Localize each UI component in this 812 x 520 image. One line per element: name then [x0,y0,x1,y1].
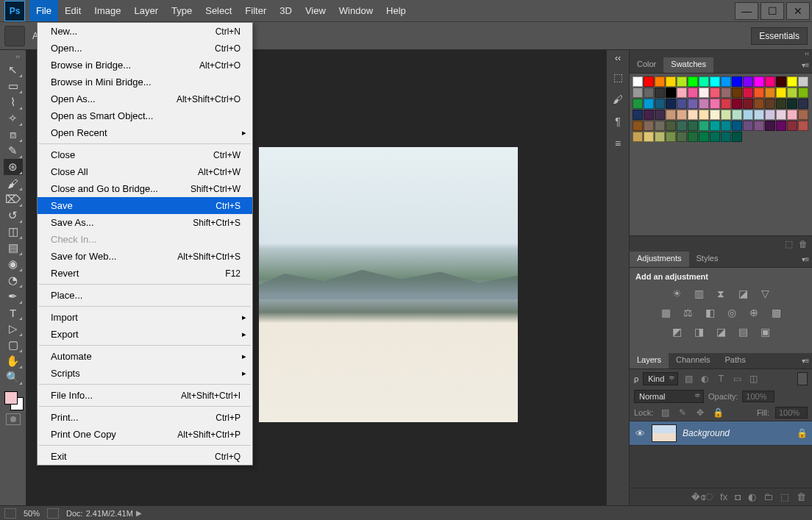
lock-image-icon[interactable]: ✎ [677,407,688,419]
swatch[interactable] [743,121,753,131]
swatch[interactable] [699,88,709,98]
eyedropper-tool[interactable]: ✎ [4,143,23,159]
swatch[interactable] [644,121,654,131]
file-menu-close[interactable]: CloseCtrl+W [38,146,252,163]
channels-tab[interactable]: Channels [669,353,717,368]
file-menu-open[interactable]: Open...Ctrl+O [38,40,252,57]
swatch[interactable] [644,76,654,87]
color-balance-icon[interactable]: ⚖ [680,306,695,319]
swatch[interactable] [787,110,797,120]
pen-tool[interactable]: ✒ [4,288,23,304]
fill-value[interactable]: 100% [775,407,808,419]
brush-tool[interactable]: 🖌 [4,175,23,191]
swatch[interactable] [721,121,731,131]
file-menu-file-info[interactable]: File Info...Alt+Shift+Ctrl+I [38,387,252,404]
swatch[interactable] [677,76,687,87]
menu-layer[interactable]: Layer [128,0,165,21]
filter-shape-icon[interactable]: ▭ [731,373,743,385]
eraser-tool[interactable]: ◫ [4,224,23,240]
delete-swatch-icon[interactable]: 🗑 [799,239,808,249]
menu-help[interactable]: Help [380,0,413,21]
swatch[interactable] [688,88,698,98]
swatch[interactable] [644,99,654,109]
swatch[interactable] [765,99,775,109]
swatch[interactable] [721,99,731,109]
swatch[interactable] [688,110,698,120]
swatch[interactable] [721,110,731,120]
swatch[interactable] [776,99,786,109]
swatch[interactable] [787,99,797,109]
filter-adjust-icon[interactable]: ◐ [699,373,710,385]
opacity-value[interactable]: 100% [742,391,774,402]
lasso-tool[interactable]: ⌇ [4,94,23,110]
swatch[interactable] [754,110,764,120]
swatch[interactable] [666,121,676,131]
swatch[interactable] [677,121,687,131]
color-tab[interactable]: Color [630,57,663,73]
swatch[interactable] [787,121,797,131]
zoom-value[interactable]: 50% [24,509,40,518]
swatch[interactable] [699,110,709,120]
styles-tab[interactable]: Styles [689,252,726,267]
close-button[interactable]: ✕ [786,2,810,20]
swatch[interactable] [699,76,709,87]
file-menu-exit[interactable]: ExitCtrl+Q [38,448,252,465]
swatch[interactable] [688,121,698,131]
menu-filter[interactable]: Filter [238,0,273,21]
swatch[interactable] [732,76,742,87]
curves-icon[interactable]: ⧗ [713,287,728,300]
collapsed-panel-icon-a[interactable]: ⬚ [610,69,626,85]
paragraph-panel-icon[interactable]: ¶ [610,113,626,129]
swatch[interactable] [699,132,709,142]
stamp-tool[interactable]: ⌦ [4,191,23,207]
menu-image[interactable]: Image [88,0,127,21]
swatch[interactable] [765,76,775,87]
swatch[interactable] [765,88,775,98]
swatch[interactable] [798,88,808,98]
swatch[interactable] [688,99,698,109]
swatch[interactable] [655,110,665,120]
swatch[interactable] [721,132,731,142]
file-menu-open-as-smart-object[interactable]: Open as Smart Object... [38,107,252,124]
maximize-button[interactable]: ☐ [761,2,784,20]
swatch[interactable] [655,132,665,142]
vibrance-icon[interactable]: ▽ [758,287,772,300]
swatch[interactable] [644,88,654,98]
swatch[interactable] [732,132,742,142]
spot-heal-tool[interactable]: ⊛ [4,159,23,175]
lock-all-icon[interactable]: 🔒 [712,407,724,419]
file-menu-open-as[interactable]: Open As...Alt+Shift+Ctrl+O [38,90,252,107]
swatch[interactable] [655,121,665,131]
swatch[interactable] [787,88,797,98]
menu-type[interactable]: Type [165,0,199,21]
swatch[interactable] [710,88,720,98]
swatch[interactable] [765,110,775,120]
posterize-icon[interactable]: ◨ [691,325,706,338]
file-menu-new[interactable]: New...Ctrl+N [38,23,252,40]
path-select-tool[interactable]: ▷ [4,321,23,337]
filter-pixel-icon[interactable]: ▧ [683,373,694,385]
workspace-switcher[interactable]: Essentials [751,27,808,45]
layers-panel-menu[interactable]: ▾≡ [799,353,812,368]
swatch[interactable] [710,99,720,109]
swatch[interactable] [666,99,676,109]
tool-preset-picker[interactable] [4,26,25,46]
file-menu-save-as[interactable]: Save As...Shift+Ctrl+S [38,214,252,231]
swatch[interactable] [765,121,775,131]
menu-view[interactable]: View [299,0,332,21]
menu-select[interactable]: Select [199,0,238,21]
new-layer-icon[interactable]: ⬚ [780,491,789,502]
menu-3d[interactable]: 3D [273,0,299,21]
layer-mask-icon[interactable]: ◘ [735,491,741,502]
swatch[interactable] [633,110,643,120]
lock-position-icon[interactable]: ✥ [694,407,706,419]
swatch[interactable] [699,121,709,131]
foreground-background-colors[interactable] [3,390,24,410]
filter-toggle[interactable] [797,372,808,385]
file-menu-import[interactable]: Import [38,309,252,326]
swatch[interactable] [754,99,764,109]
panel-expand-tab[interactable]: ‹‹ [615,53,621,63]
file-menu-automate[interactable]: Automate [38,348,252,365]
hue-sat-icon[interactable]: ▦ [658,306,673,319]
file-menu-print[interactable]: Print...Ctrl+P [38,409,252,426]
